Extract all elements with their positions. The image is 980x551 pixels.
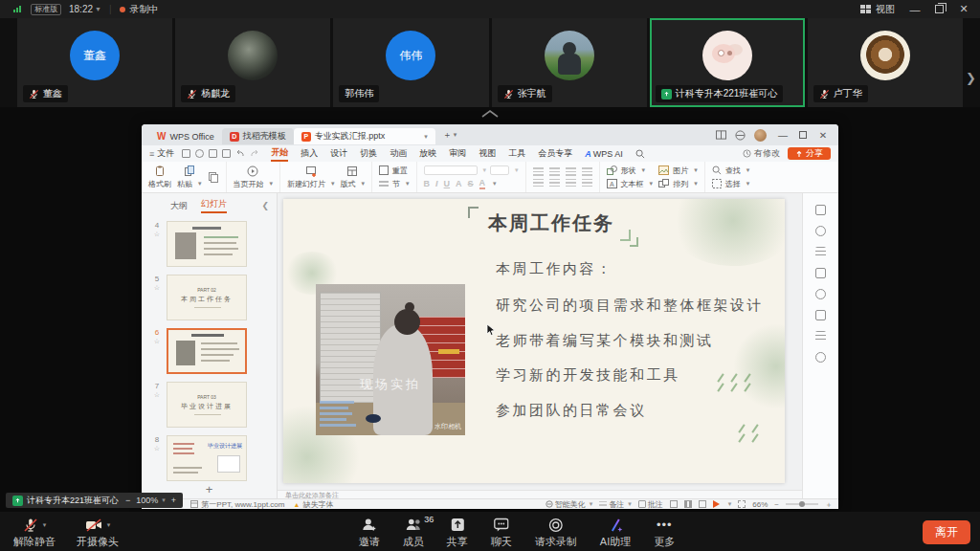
panel-animation-icon[interactable] <box>815 331 826 342</box>
shapes-button[interactable]: 形状▾ <box>607 165 654 176</box>
mic-options-caret-icon[interactable]: ▾ <box>43 521 47 529</box>
slide-thumbnail-5[interactable]: PART 02 本周工作任务 <box>167 275 247 320</box>
redo-icon[interactable] <box>250 149 259 158</box>
panel-icons-icon[interactable] <box>815 289 826 299</box>
participant-tile[interactable]: 伟伟 郭伟伟 <box>333 18 488 107</box>
close-button[interactable]: ✕ <box>957 3 970 15</box>
slide-thumb-row[interactable]: 4 ☆ <box>151 221 271 267</box>
play-from-current-button[interactable]: 当页开始▾ <box>234 165 274 189</box>
layout-button[interactable]: 版式▾ <box>341 165 366 189</box>
tab-transition[interactable]: 切换 <box>360 147 377 160</box>
italic-button[interactable]: I <box>435 179 438 188</box>
slide-thumb-row[interactable]: 8 ☆ 毕业设计进展 <box>151 435 271 481</box>
tab-insert[interactable]: 插入 <box>301 147 318 160</box>
help-icon[interactable] <box>735 130 746 141</box>
smart-beautify-button[interactable]: 智能美化▾ <box>546 499 593 510</box>
template-credit[interactable]: 第一PPT, www.1ppt.com <box>190 499 284 510</box>
ai-assistant-button[interactable]: AI助理 <box>600 517 631 549</box>
slide-canvas[interactable]: 本周工作任务 现场实拍 <box>278 193 802 490</box>
number-list-icon[interactable] <box>549 167 560 176</box>
slideshow-button[interactable] <box>713 500 720 508</box>
docer-template-tab[interactable]: D 找稻壳模板 <box>222 128 294 144</box>
tab-animation[interactable]: 动画 <box>390 147 407 160</box>
textbox-button[interactable]: A 文本框▾ <box>607 179 654 189</box>
slide-thumbnail-7[interactable]: PART 03 毕业设计进展 <box>167 382 247 428</box>
bold-button[interactable]: B <box>424 179 431 188</box>
view-button[interactable]: 视图 <box>860 3 895 16</box>
slide-body-line[interactable]: 参加团队的日常会议 <box>496 402 647 420</box>
tab-caret-icon[interactable]: ▾ <box>424 133 428 141</box>
justify-icon[interactable] <box>582 179 592 187</box>
participant-tile[interactable]: 董鑫 董鑫 <box>17 18 172 107</box>
minimize-button[interactable]: — <box>908 4 922 15</box>
fit-window-icon[interactable] <box>738 500 746 508</box>
slide-title[interactable]: 本周工作任务 <box>488 210 614 236</box>
outline-tab[interactable]: 大纲 <box>170 200 188 212</box>
request-record-button[interactable]: 请求录制 <box>535 517 577 549</box>
camera-on-button[interactable]: ▾ 开摄像头 <box>77 517 119 549</box>
zoom-in-button[interactable]: + <box>171 496 176 505</box>
account-avatar[interactable] <box>754 129 767 142</box>
members-button[interactable]: 36 成员 <box>403 517 424 549</box>
wps-restore-button[interactable] <box>799 131 807 139</box>
tab-member[interactable]: 会员专享 <box>538 147 572 160</box>
panel-chart-icon[interactable] <box>815 310 826 320</box>
tab-slideshow[interactable]: 放映 <box>419 147 436 160</box>
file-menu[interactable]: ≡ 文件 <box>149 147 174 160</box>
wps-home-tab[interactable]: W WPS Office <box>149 128 222 144</box>
meeting-time[interactable]: 18:22 <box>69 4 93 14</box>
zoom-value[interactable]: 100% <box>136 496 158 505</box>
new-slide-button[interactable]: 新建幻灯片▾ <box>287 165 335 189</box>
select-button[interactable]: 选择▾ <box>712 179 750 189</box>
strip-next-icon[interactable]: ❯ <box>966 71 976 85</box>
invite-button[interactable]: 邀请 <box>359 517 380 549</box>
font-size-select[interactable] <box>490 165 509 175</box>
slide-thumbnail-8[interactable]: 毕业设计进展 <box>167 435 247 481</box>
tab-review[interactable]: 审阅 <box>449 147 466 160</box>
slides-tab[interactable]: 幻灯片 <box>201 198 227 213</box>
missing-font-warning[interactable]: ▲ 缺失字体 <box>293 499 333 510</box>
zoom-slider[interactable] <box>786 503 818 505</box>
indent-icon[interactable] <box>566 167 576 176</box>
restore-button[interactable] <box>935 5 944 13</box>
strike-button[interactable]: S <box>468 179 474 188</box>
document-tab[interactable]: P 专业实践汇报.pptx ▾ <box>294 128 435 144</box>
search-icon[interactable] <box>635 149 645 159</box>
normal-view-icon[interactable] <box>670 500 678 508</box>
slide-thumbnail-6-current[interactable] <box>167 328 247 374</box>
undo-icon[interactable] <box>235 149 245 158</box>
underline-button[interactable]: U <box>444 179 451 188</box>
zoom-level[interactable]: 66% <box>752 500 768 509</box>
camera-options-caret-icon[interactable]: ▾ <box>107 521 111 529</box>
wps-minimize-button[interactable]: — <box>775 130 791 141</box>
format-painter-button[interactable]: 格式刷 <box>148 165 171 189</box>
font-family-select[interactable] <box>424 165 478 175</box>
tab-view[interactable]: 视图 <box>479 147 496 160</box>
notes-placeholder[interactable]: 单击此处添加备注 <box>278 490 802 498</box>
paste-button[interactable]: 粘贴▾ <box>177 165 202 189</box>
time-caret-icon[interactable]: ▼ <box>95 6 101 12</box>
panel-outline-icon[interactable] <box>815 247 826 257</box>
copy-icon[interactable] <box>208 171 219 183</box>
slide-body-line[interactable]: 本周工作内容： <box>496 260 613 278</box>
line-spacing-icon[interactable] <box>582 167 592 176</box>
slide-body-line[interactable]: 学习新的开发技能和工具 <box>496 366 680 385</box>
notes-button[interactable]: 备注▾ <box>599 499 632 510</box>
slide-thumb-row-selected[interactable]: 6 ☆ <box>151 328 271 374</box>
wps-close-button[interactable]: ✕ <box>815 130 831 141</box>
slide-body-line[interactable]: 老师带着编写某个模块和测试 <box>496 332 714 350</box>
preview-icon[interactable] <box>222 149 231 158</box>
comments-button[interactable]: 批注 <box>638 499 663 510</box>
output-icon[interactable] <box>195 149 204 158</box>
tab-list-caret-icon[interactable]: ▾ <box>454 131 457 139</box>
modified-status[interactable]: 有修改 <box>743 147 780 160</box>
wps-ai-button[interactable]: A WPS AI <box>585 149 623 159</box>
shadow-button[interactable]: A <box>456 179 462 188</box>
slide-thumb-row[interactable]: 5 ☆ PART 02 本周工作任务 <box>151 275 271 320</box>
tab-design[interactable]: 设计 <box>330 147 347 160</box>
slide-body-line[interactable]: 研究公司的项目需求和整体框架设计 <box>496 297 764 315</box>
zoom-caret-icon[interactable]: ▾ <box>162 496 166 504</box>
share-screen-button[interactable]: 共享 <box>447 517 468 549</box>
align-left-icon[interactable] <box>533 179 544 187</box>
chat-button[interactable]: 聊天 <box>491 517 512 549</box>
